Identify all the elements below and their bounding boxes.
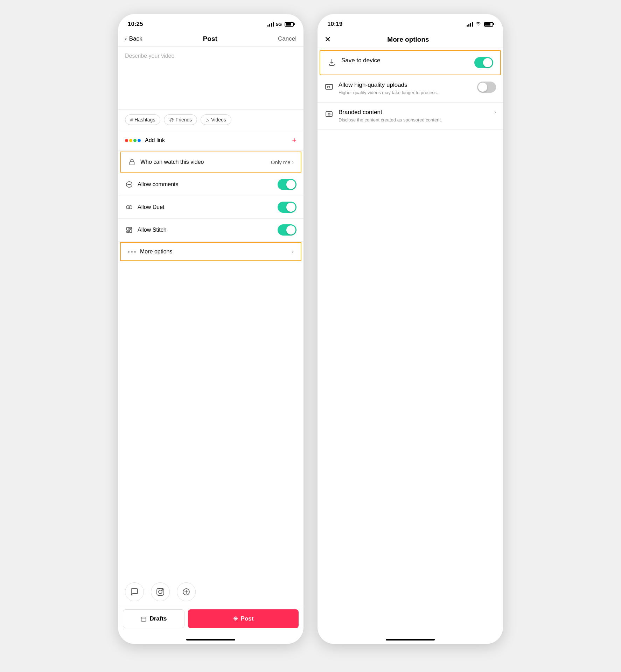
hq-icon xyxy=(325,82,334,91)
home-indicator-left xyxy=(186,639,235,640)
duet-icon xyxy=(125,203,133,211)
branded-content-row[interactable]: Branded content Disclose the content cre… xyxy=(318,103,503,130)
allow-hq-row[interactable]: Allow high-quality uploads Higher qualit… xyxy=(318,75,503,103)
allow-comments-toggle[interactable] xyxy=(278,179,296,190)
post-icon: ✳ xyxy=(233,615,238,623)
svg-point-3 xyxy=(129,184,130,185)
status-icons-right xyxy=(467,21,493,27)
save-to-device-left: Save to device xyxy=(327,57,474,67)
right-phone: 10:19 xyxy=(318,14,503,644)
allow-stitch-toggle[interactable] xyxy=(278,224,296,236)
add-link-left: Add link xyxy=(125,137,165,144)
branded-content-sub: Disclose the content created as sponsore… xyxy=(339,117,494,123)
save-to-device-toggle[interactable] xyxy=(474,57,493,68)
status-bar-right: 10:19 xyxy=(318,14,503,31)
branded-content-icon xyxy=(325,110,334,119)
nav-bar-left: ‹ Back Post Cancel xyxy=(118,31,303,47)
hashtag-icon: # xyxy=(130,117,133,122)
allow-stitch-row[interactable]: Allow Stitch xyxy=(118,219,303,241)
allow-stitch-left: Allow Stitch xyxy=(125,226,167,234)
more-options-label: More options xyxy=(140,248,173,255)
friends-label: Friends xyxy=(176,117,192,122)
lock-icon xyxy=(128,158,136,166)
drafts-button[interactable]: Drafts xyxy=(123,609,184,628)
signal-icon-right xyxy=(467,22,473,27)
svg-point-13 xyxy=(162,590,163,590)
allow-comments-left: Allow comments xyxy=(125,180,178,189)
plus-icon[interactable]: + xyxy=(292,136,296,145)
comment-icon xyxy=(125,180,133,189)
allow-hq-text: Allow high-quality uploads Higher qualit… xyxy=(339,82,477,96)
svg-rect-17 xyxy=(141,617,146,621)
status-icons-left: 5G xyxy=(267,22,294,27)
save-device-icon xyxy=(327,58,336,67)
svg-point-12 xyxy=(159,590,162,594)
allow-hq-label: Allow high-quality uploads xyxy=(339,82,477,89)
stitch-icon xyxy=(125,226,133,234)
add-link-row[interactable]: Add link + xyxy=(118,130,303,151)
nav-bar-right: ✕ More options xyxy=(318,31,503,48)
svg-rect-8 xyxy=(127,231,129,233)
back-button[interactable]: ‹ Back xyxy=(125,35,142,42)
allow-hq-right xyxy=(477,82,496,93)
save-to-device-row[interactable]: Save to device xyxy=(320,50,501,75)
more-options-icon xyxy=(128,251,136,253)
who-can-watch-left: Who can watch this video xyxy=(128,158,204,166)
allow-duet-row[interactable]: Allow Duet xyxy=(118,196,303,219)
allow-duet-label: Allow Duet xyxy=(138,204,164,210)
who-can-watch-label: Who can watch this video xyxy=(140,159,204,165)
allow-comments-row[interactable]: Allow comments xyxy=(118,173,303,196)
play-icon: ▷ xyxy=(206,117,209,122)
network-badge: 5G xyxy=(276,22,282,27)
describe-area[interactable]: Describe your video xyxy=(118,47,303,110)
home-indicator-right xyxy=(386,639,435,640)
svg-point-21 xyxy=(328,113,330,115)
add-share-icon-button[interactable] xyxy=(177,582,196,601)
save-to-device-text: Save to device xyxy=(341,57,474,64)
more-options-row[interactable]: More options › xyxy=(120,242,301,261)
back-label: Back xyxy=(129,35,142,42)
svg-point-2 xyxy=(128,184,128,185)
friends-tag[interactable]: @ Friends xyxy=(164,114,197,125)
svg-rect-9 xyxy=(130,230,132,232)
battery-icon-right xyxy=(484,22,493,27)
drafts-label: Drafts xyxy=(149,615,167,622)
bottom-icons-row xyxy=(118,575,303,605)
cancel-button[interactable]: Cancel xyxy=(278,35,296,42)
videos-label: Videos xyxy=(211,117,226,122)
close-button[interactable]: ✕ xyxy=(325,35,331,44)
svg-point-4 xyxy=(130,184,131,185)
svg-rect-10 xyxy=(130,227,132,229)
more-options-chevron-icon: › xyxy=(292,248,294,255)
wifi-icon xyxy=(475,21,481,27)
post-button[interactable]: ✳ Post xyxy=(188,609,299,628)
branded-content-right: › xyxy=(494,109,496,115)
signal-icon xyxy=(267,22,274,27)
instagram-icon-button[interactable] xyxy=(151,582,170,601)
battery-icon xyxy=(285,22,294,27)
colorful-dots-icon xyxy=(125,139,141,142)
tags-row: # Hashtags @ Friends ▷ Videos xyxy=(118,110,303,130)
time-left: 10:25 xyxy=(128,21,143,28)
who-can-watch-value: Only me › xyxy=(271,159,294,165)
only-me-text: Only me xyxy=(271,159,291,165)
bottom-action-bar: Drafts ✳ Post xyxy=(118,605,303,637)
status-bar-left: 10:25 5G xyxy=(118,14,303,31)
allow-duet-toggle[interactable] xyxy=(278,202,296,213)
hashtags-tag[interactable]: # Hashtags xyxy=(125,114,160,125)
allow-hq-toggle[interactable] xyxy=(477,82,496,93)
who-can-watch-row[interactable]: Who can watch this video Only me › xyxy=(120,152,301,173)
hashtags-label: Hashtags xyxy=(134,117,155,122)
branded-content-chevron-icon: › xyxy=(494,109,496,115)
branded-content-label: Branded content xyxy=(339,109,494,116)
videos-tag[interactable]: ▷ Videos xyxy=(201,114,231,125)
post-label: Post xyxy=(241,615,254,622)
branded-content-left: Branded content Disclose the content cre… xyxy=(325,109,494,123)
message-icon-button[interactable] xyxy=(125,582,144,601)
svg-rect-0 xyxy=(130,162,134,165)
more-options-left: More options xyxy=(128,248,173,255)
allow-stitch-label: Allow Stitch xyxy=(138,227,167,233)
back-chevron-icon: ‹ xyxy=(125,35,127,42)
at-icon: @ xyxy=(169,117,174,122)
post-title: Post xyxy=(203,35,217,43)
